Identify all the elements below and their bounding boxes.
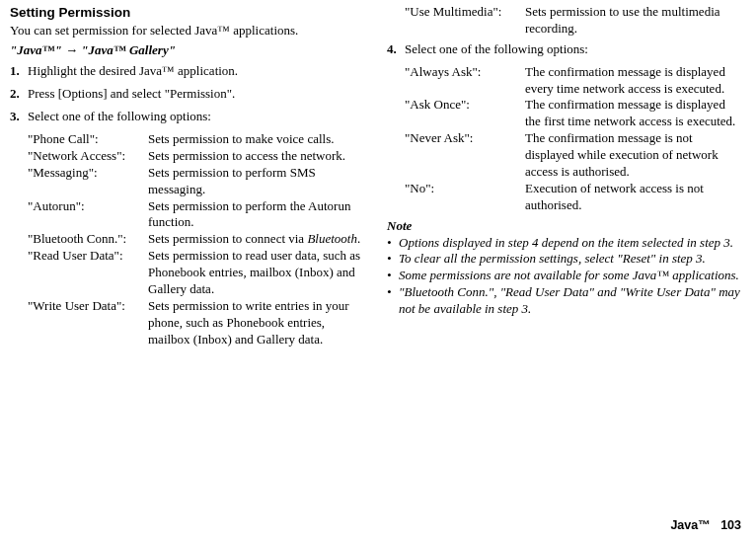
option-desc: Sets permission to use the multimedia re…: [525, 4, 744, 38]
bullet-icon: •: [387, 235, 399, 252]
option-term: "Never Ask":: [405, 130, 525, 181]
nav-part-b: "Java™ Gallery": [81, 42, 176, 57]
option-desc: Sets permission to read user data, such …: [148, 248, 367, 298]
step-item: 3.Select one of the following options:: [10, 109, 367, 125]
bullet-icon: •: [387, 284, 399, 318]
option-row: "Network Access":Sets permission to acce…: [28, 148, 367, 165]
step-item: 1.Highlight the desired Java™ applicatio…: [10, 63, 367, 80]
option-term: "Phone Call":: [28, 131, 148, 148]
note-heading: Note: [387, 218, 744, 235]
page-footer: Java™ 103: [670, 517, 741, 533]
step-item: 4.Select one of the following options:: [387, 41, 744, 58]
option-term: "Network Access":: [28, 148, 148, 165]
option-desc: Sets permission to write entries in your…: [148, 298, 367, 348]
steps-list-right: 4.Select one of the following options:: [387, 41, 744, 58]
step-text: Highlight the desired Java™ application.: [28, 63, 367, 80]
option-term: "Read User Data":: [28, 248, 148, 298]
option-desc: Sets permission to perform SMS messaging…: [148, 165, 367, 198]
option-desc-em: Bluetooth: [307, 231, 357, 246]
footer-section: Java™: [670, 518, 710, 532]
step-num: 4.: [387, 41, 405, 58]
option-desc: Sets permission to access the network.: [148, 148, 367, 165]
option-desc: Sets permission to perform the Autorun f…: [148, 198, 367, 232]
option-row: "Ask Once":The confirmation message is d…: [405, 97, 744, 130]
option-row: "Write User Data":Sets permission to wri…: [28, 298, 367, 348]
step-num: 2.: [10, 86, 28, 103]
step-num: 1.: [10, 63, 28, 80]
option-row: "Phone Call":Sets permission to make voi…: [28, 131, 367, 148]
option-desc: The confirmation message is displayed ev…: [525, 64, 744, 98]
options-list-right: "Always Ask":The confirmation message is…: [405, 64, 744, 214]
option-row: "Messaging":Sets permission to perform S…: [28, 165, 367, 198]
option-term: "Bluetooth Conn.":: [28, 231, 148, 248]
options-list-left: "Phone Call":Sets permission to make voi…: [28, 131, 367, 348]
option-desc: Sets permission to connect via Bluetooth…: [148, 231, 367, 248]
step-text: Select one of the following options:: [405, 41, 744, 58]
bullet-icon: •: [387, 251, 399, 268]
step-item: 2.Press [Options] and select "Permission…: [10, 86, 367, 103]
note-text: To clear all the permission settings, se…: [399, 251, 744, 268]
nav-part-a: "Java™": [10, 42, 62, 57]
step-text: Select one of the following options:: [28, 109, 367, 125]
left-column: Setting Permission You can set permissio…: [10, 4, 367, 348]
step-num: 3.: [10, 109, 28, 125]
note-text: "Bluetooth Conn.", "Read User Data" and …: [399, 284, 744, 318]
nav-arrow: →: [62, 42, 82, 57]
option-term: "No":: [405, 181, 525, 214]
option-desc-pre: Sets permission to connect via: [148, 231, 307, 246]
option-row: "Read User Data":Sets permission to read…: [28, 248, 367, 298]
note-text: Some permissions are not available for s…: [399, 268, 744, 284]
option-row: "Never Ask":The confirmation message is …: [405, 130, 744, 181]
bullet-icon: •: [387, 268, 399, 284]
right-column: "Use Multimedia":Sets permission to use …: [387, 4, 744, 348]
step-text: Press [Options] and select "Permission".: [28, 86, 367, 103]
option-term: "Write User Data":: [28, 298, 148, 348]
note-item: •Options displayed in step 4 depend on t…: [387, 235, 744, 252]
option-term: "Use Multimedia":: [405, 4, 525, 38]
option-desc: The confirmation message is displayed th…: [525, 97, 744, 130]
options-list-right-top: "Use Multimedia":Sets permission to use …: [405, 4, 744, 38]
section-intro: You can set permission for selected Java…: [10, 23, 367, 39]
option-row: "Use Multimedia":Sets permission to use …: [405, 4, 744, 38]
option-desc: The confirmation message is not displaye…: [525, 130, 744, 181]
option-desc: Sets permission to make voice calls.: [148, 131, 367, 148]
steps-list-left: 1.Highlight the desired Java™ applicatio…: [10, 63, 367, 125]
note-item: •To clear all the permission settings, s…: [387, 251, 744, 268]
section-heading: Setting Permission: [10, 4, 367, 22]
option-term: "Messaging":: [28, 165, 148, 198]
nav-path: "Java™" → "Java™ Gallery": [10, 42, 367, 59]
page-body: Setting Permission You can set permissio…: [0, 0, 756, 348]
note-text: Options displayed in step 4 depend on th…: [399, 235, 744, 252]
option-term: "Always Ask":: [405, 64, 525, 98]
footer-page-number: 103: [720, 518, 741, 532]
option-desc-post: .: [357, 231, 360, 246]
option-desc: Execution of network access is not autho…: [525, 181, 744, 214]
option-term: "Autorun":: [28, 198, 148, 232]
note-list: •Options displayed in step 4 depend on t…: [387, 235, 744, 318]
option-term: "Ask Once":: [405, 97, 525, 130]
note-item: •"Bluetooth Conn.", "Read User Data" and…: [387, 284, 744, 318]
option-row: "Bluetooth Conn.":Sets permission to con…: [28, 231, 367, 248]
option-row: "Always Ask":The confirmation message is…: [405, 64, 744, 98]
option-row: "No":Execution of network access is not …: [405, 181, 744, 214]
option-row: "Autorun":Sets permission to perform the…: [28, 198, 367, 232]
note-item: •Some permissions are not available for …: [387, 268, 744, 284]
